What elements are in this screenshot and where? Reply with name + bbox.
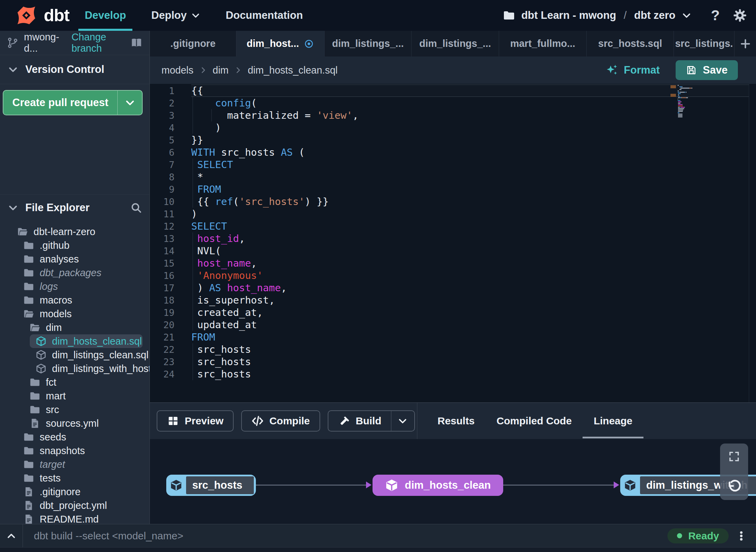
tree-item-.github[interactable]: .github [0,239,149,252]
tree-item-tests[interactable]: tests [0,471,149,485]
help-button[interactable]: ? [711,7,720,24]
tree-item-.gitignore[interactable]: .gitignore [0,485,149,499]
action-button-main[interactable]: Compile [242,415,319,427]
code-line-7[interactable]: 7 SELECT [150,158,756,171]
code-line-2[interactable]: 2 config( [150,97,756,109]
tree-item-dim_listings_clean.sql[interactable]: dim_listings_clean.sql [0,348,149,362]
file-tab-dim_listings_[interactable]: dim_listings_... [325,31,412,56]
create-pull-request-button[interactable]: Create pull request [3,90,143,115]
tree-item-analyses[interactable]: analyses [0,252,149,266]
create-pull-request-label[interactable]: Create pull request [3,91,117,115]
new-tab-button[interactable] [734,31,756,56]
file-tab-dim_host[interactable]: dim_host... [236,31,325,56]
tree-item-dim_listings_with_hosts...[interactable]: dim_listings_with_hosts... [0,362,149,375]
tree-item-dim[interactable]: dim [0,321,149,334]
panel-tab-results[interactable]: Results [433,403,479,439]
code-line-15[interactable]: 15 host_name, [150,257,756,269]
tree-item-dim_hosts_clean.sql[interactable]: dim_hosts_clean.sql [30,334,143,348]
code-line-20[interactable]: 20 updated_at [150,319,756,331]
tree-item-fct[interactable]: fct [0,375,149,389]
file-explorer-header[interactable]: File Explorer [0,194,149,221]
dbt-logo[interactable]: dbt [13,2,69,29]
search-icon[interactable] [130,202,142,214]
code-line-1[interactable]: 1{{ [150,85,756,97]
code-line-24[interactable]: 24 src_hosts [150,368,756,380]
fullscreen-icon[interactable] [728,450,740,463]
file-tab-src_listings[interactable]: src_listings. [674,31,734,56]
format-button[interactable]: Format [605,64,660,77]
action-button-main[interactable]: Preview [157,415,233,427]
code-line-4[interactable]: 4 ) [150,121,756,134]
refresh-icon[interactable] [726,479,742,495]
folder-icon [23,240,34,251]
lineage-node-src_hosts[interactable]: src_hosts [166,475,256,496]
minimap[interactable] [678,85,700,118]
settings-gear-icon[interactable] [733,8,747,23]
lineage-canvas[interactable]: src_hostsdim_hosts_cleandim_listings_wit… [150,439,756,524]
tree-item-label: .github [40,240,69,251]
action-button-build[interactable]: Build [328,410,415,432]
action-button-preview[interactable]: Preview [157,410,234,432]
grid-icon [167,415,179,427]
lineage-node-dim_hosts_clean[interactable]: dim_hosts_clean [373,475,503,496]
build-dropdown-button[interactable] [391,411,414,431]
create-pull-request-dropdown[interactable] [117,91,142,115]
code-line-8[interactable]: 8 * [150,171,756,183]
tree-item-seeds[interactable]: seeds [0,430,149,444]
tree-item-snapshots[interactable]: snapshots [0,444,149,458]
code-editor[interactable]: 1{{2 config(3 materialized = 'view',4 )5… [150,84,756,402]
code-line-9[interactable]: 9 FROM [150,183,756,195]
version-control-body: Create pull request [0,84,149,194]
file-tab-src_hostssql[interactable]: src_hosts.sql [587,31,674,56]
code-line-10[interactable]: 10 {{ ref('src_hosts') }} [150,195,756,208]
code-line-12[interactable]: 12SELECT [150,220,756,232]
file-tab-dim_listings_[interactable]: dim_listings_... [412,31,499,56]
code-line-18[interactable]: 18 is_superhost, [150,294,756,306]
version-control-header[interactable]: Version Control [0,55,149,84]
code-line-21[interactable]: 21FROM [150,331,756,343]
tree-item-dbt-learn-zero[interactable]: dbt-learn-zero [0,225,149,239]
folder-icon [29,377,40,388]
nav-item-documentation[interactable]: Documentation [213,0,316,31]
tree-item-logs[interactable]: logs [0,280,149,293]
code-line-6[interactable]: 6WITH src_hosts AS ( [150,146,756,158]
file-tab-mart_fullmo[interactable]: mart_fullmo... [499,31,587,56]
code-line-19[interactable]: 19 created_at, [150,306,756,319]
code-line-22[interactable]: 22 src_hosts [150,343,756,356]
editor-scrollbar[interactable] [749,84,749,402]
code-line-5[interactable]: 5}} [150,134,756,146]
kebab-menu-icon[interactable] [735,530,747,542]
save-button[interactable]: Save [676,60,738,80]
tree-item-mart[interactable]: mart [0,389,149,403]
folder-icon [23,254,34,265]
tree-item-macros[interactable]: macros [0,293,149,307]
action-button-main[interactable]: Build [328,415,391,427]
project-selector[interactable]: dbt Learn - mwong / dbt zero [503,9,692,22]
tree-item-README.md[interactable]: README.md [0,512,149,524]
code-line-3[interactable]: 3 materialized = 'view', [150,109,756,121]
change-branch-link[interactable]: Change branch [71,31,125,54]
tree-item-dbt_project.yml[interactable]: dbt_project.yml [0,499,149,512]
tree-item-src[interactable]: src [0,403,149,416]
bottom-scroll-strip[interactable] [0,547,756,552]
chevron-up-icon[interactable] [0,531,23,541]
nav-item-develop[interactable]: Develop [72,0,139,31]
command-input[interactable]: dbt build --select <model_name> [34,530,183,542]
nav-item-deploy[interactable]: Deploy [139,0,213,31]
code-line-text: src_hosts [191,368,251,380]
panel-tab-lineage[interactable]: Lineage [589,403,637,439]
panel-tab-compiled-code[interactable]: Compiled Code [492,403,576,439]
code-line-14[interactable]: 14 NVL( [150,245,756,257]
tree-item-sources.yml[interactable]: sources.yml [0,416,149,430]
action-button-compile[interactable]: Compile [241,410,320,432]
code-line-13[interactable]: 13 host_id, [150,232,756,245]
docs-book-icon[interactable] [130,37,143,49]
tree-item-dbt_packages[interactable]: dbt_packages [0,266,149,280]
tree-item-target[interactable]: target [0,458,149,471]
tree-item-models[interactable]: models [0,307,149,321]
code-line-16[interactable]: 16 'Anonymous' [150,269,756,282]
code-line-11[interactable]: 11) [150,208,756,220]
code-line-17[interactable]: 17 ) AS host_name, [150,282,756,294]
file-tab-gitignore[interactable]: .gitignore [150,31,236,56]
code-line-23[interactable]: 23 src_hosts [150,356,756,368]
